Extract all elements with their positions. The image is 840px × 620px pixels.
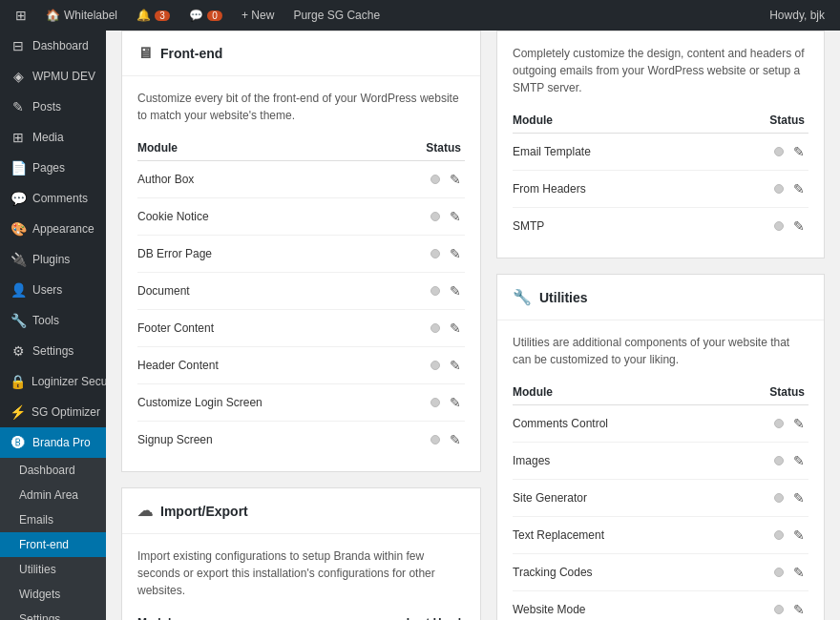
toggle-status[interactable] xyxy=(774,221,784,231)
branda-submenu: Dashboard Admin Area Emails Front-end Ut… xyxy=(0,458,106,620)
comments-notif[interactable]: 💬 0 xyxy=(181,0,230,31)
table-row: Text Replacement ✎ xyxy=(513,517,808,554)
edit-button[interactable]: ✎ xyxy=(789,414,808,433)
wrench-icon: 🔧 xyxy=(513,288,532,306)
edit-button[interactable]: ✎ xyxy=(446,393,465,412)
module-actions: ✎ xyxy=(710,208,808,245)
module-actions: ✎ xyxy=(723,517,808,554)
purge-cache[interactable]: Purge SG Cache xyxy=(285,0,388,31)
toggle-status[interactable] xyxy=(774,605,784,614)
module-name: Website Mode xyxy=(513,591,723,621)
edit-button[interactable]: ✎ xyxy=(446,244,465,263)
frontend-module-table: Module Status Author Box ✎ Cookie Notice xyxy=(137,135,465,458)
submenu-admin-area[interactable]: Admin Area xyxy=(0,483,106,507)
edit-button[interactable]: ✎ xyxy=(789,142,808,161)
submenu-settings[interactable]: Settings xyxy=(0,607,106,620)
edit-button[interactable]: ✎ xyxy=(446,281,465,300)
emails-card-body: Completely customize the design, content… xyxy=(497,31,824,258)
sidebar-item-tools[interactable]: 🔧 Tools xyxy=(0,305,106,336)
sidebar-item-media[interactable]: ⊞ Media xyxy=(0,122,106,153)
sidebar-item-appearance[interactable]: 🎨 Appearance xyxy=(0,214,106,244)
sidebar-item-dashboard[interactable]: ⊟ Dashboard xyxy=(0,31,106,61)
new-content[interactable]: + New xyxy=(234,0,282,31)
emails-status-col: Status xyxy=(710,108,808,134)
tools-icon: 🔧 xyxy=(10,313,27,328)
module-name: Email Template xyxy=(513,134,710,171)
edit-button[interactable]: ✎ xyxy=(789,179,808,198)
edit-button[interactable]: ✎ xyxy=(446,207,465,226)
module-actions: ✎ xyxy=(388,198,465,236)
toggle-status[interactable] xyxy=(430,212,440,221)
toggle-status[interactable] xyxy=(430,286,440,296)
sidebar-item-brandapro[interactable]: 🅑 Branda Pro xyxy=(0,427,106,458)
submenu-widgets[interactable]: Widgets xyxy=(0,582,106,607)
edit-button[interactable]: ✎ xyxy=(789,526,808,545)
toggle-status[interactable] xyxy=(430,323,440,333)
utilities-card-header: 🔧 Utilities xyxy=(497,275,824,320)
edit-button[interactable]: ✎ xyxy=(789,600,808,619)
edit-button[interactable]: ✎ xyxy=(789,451,808,470)
sidebar-item-wpmudev[interactable]: ◈ WPMU DEV xyxy=(0,61,106,92)
submenu-emails[interactable]: Emails xyxy=(0,507,106,532)
toggle-status[interactable] xyxy=(430,435,440,444)
sidebar-item-posts[interactable]: ✎ Posts xyxy=(0,92,106,122)
sidebar-item-sgoptimizer[interactable]: ⚡ SG Optimizer xyxy=(0,397,106,427)
module-actions: ✎ xyxy=(723,591,808,621)
wp-logo[interactable]: ⊞ xyxy=(8,0,34,31)
sidebar-item-pages[interactable]: 📄 Pages xyxy=(0,153,106,183)
notifications[interactable]: 🔔 3 xyxy=(129,0,178,31)
pages-icon: 📄 xyxy=(10,160,27,176)
main-content: 🖥 Front-end Customize every bit of the f… xyxy=(106,31,840,620)
module-name: Cookie Notice xyxy=(137,198,388,236)
edit-button[interactable]: ✎ xyxy=(446,319,465,338)
edit-button[interactable]: ✎ xyxy=(446,170,465,189)
module-actions: ✎ xyxy=(388,236,465,273)
utilities-module-col: Module xyxy=(513,380,723,405)
toggle-status[interactable] xyxy=(430,398,440,407)
toggle-status[interactable] xyxy=(430,361,440,370)
module-actions: ✎ xyxy=(723,405,808,443)
toggle-status[interactable] xyxy=(774,456,784,465)
sidebar-item-users[interactable]: 👤 Users xyxy=(0,275,106,305)
site-name[interactable]: 🏠 Whitelabel xyxy=(38,0,125,31)
admin-bar: ⊞ 🏠 Whitelabel 🔔 3 💬 0 + New Purge SG Ca… xyxy=(0,0,840,31)
toggle-status[interactable] xyxy=(774,568,784,577)
edit-button[interactable]: ✎ xyxy=(446,356,465,375)
emails-description: Completely customize the design, content… xyxy=(513,45,808,96)
table-row: Signup Screen ✎ xyxy=(137,422,465,459)
toggle-status[interactable] xyxy=(430,175,440,184)
submenu-dashboard[interactable]: Dashboard xyxy=(0,458,106,483)
frontend-description: Customize every bit of the front-end of … xyxy=(137,90,465,124)
table-row: DB Error Page ✎ xyxy=(137,236,465,273)
table-row: Author Box ✎ xyxy=(137,161,465,198)
module-name: Document xyxy=(137,273,388,310)
sgoptimizer-icon: ⚡ xyxy=(10,404,26,420)
submenu-frontend[interactable]: Front-end xyxy=(0,532,106,557)
edit-button[interactable]: ✎ xyxy=(446,430,465,449)
toggle-status[interactable] xyxy=(774,530,784,540)
module-name: Signup Screen xyxy=(137,422,388,459)
toggle-status[interactable] xyxy=(774,419,784,428)
module-actions: ✎ xyxy=(388,310,465,347)
edit-button[interactable]: ✎ xyxy=(789,563,808,582)
sidebar-item-comments[interactable]: 💬 Comments xyxy=(0,183,106,214)
toggle-status[interactable] xyxy=(774,184,784,194)
toggle-status[interactable] xyxy=(430,249,440,258)
plugins-icon: 🔌 xyxy=(10,252,27,267)
loginizer-icon: 🔒 xyxy=(10,374,26,389)
utilities-status-col: Status xyxy=(723,380,808,405)
submenu-utilities[interactable]: Utilities xyxy=(0,557,106,582)
toggle-status[interactable] xyxy=(774,147,784,156)
module-name: SMTP xyxy=(513,208,710,245)
edit-button[interactable]: ✎ xyxy=(789,217,808,236)
import-export-card: ☁ Import/Export Import existing configur… xyxy=(121,487,481,620)
sidebar-item-plugins[interactable]: 🔌 Plugins xyxy=(0,244,106,275)
sidebar-item-loginizer[interactable]: 🔒 Loginizer Security xyxy=(0,366,106,397)
utilities-module-table: Module Status Comments Control ✎ Images xyxy=(513,380,808,620)
module-name: Header Content xyxy=(137,347,388,384)
import-export-description: Import existing configurations to setup … xyxy=(137,548,465,599)
edit-button[interactable]: ✎ xyxy=(789,488,808,507)
sidebar-item-settings[interactable]: ⚙ Settings xyxy=(0,336,106,366)
toggle-status[interactable] xyxy=(774,493,784,503)
module-name: Site Generator xyxy=(513,480,723,517)
